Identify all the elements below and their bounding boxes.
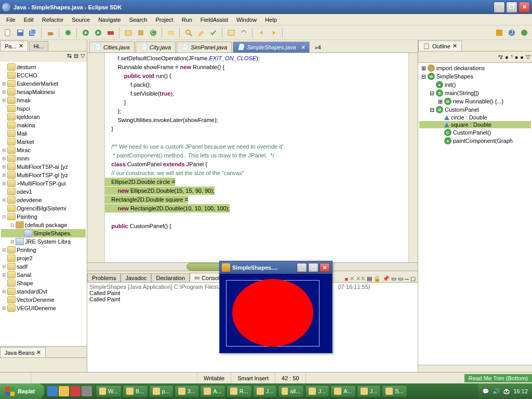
menu-window[interactable]: Window [232, 16, 261, 24]
debug-button[interactable] [62, 27, 74, 38]
taskbar-button[interactable]: J... [253, 385, 277, 397]
menu-edit[interactable]: Edit [20, 16, 38, 24]
tab-javadoc[interactable]: Javadoc [121, 273, 151, 282]
outline-item[interactable]: ⊞Θnew Runnable() {...} [419, 97, 531, 105]
menu-help[interactable]: Help [261, 16, 281, 24]
tree-item[interactable]: ⊞>MultiFloorTSP-gui [1, 179, 86, 188]
status-trim[interactable]: Read Me Trim (Bottom) [464, 374, 532, 382]
pin-console-icon[interactable]: 📌 [382, 275, 390, 282]
package-tree[interactable]: desturrrECCHO⊞EskenderMarket⊞hesapMakine… [0, 62, 87, 346]
outline-hscroll[interactable] [418, 365, 532, 372]
maximize-button[interactable]: ❐ [506, 2, 517, 13]
app-maximize-button[interactable]: ▢ [308, 263, 318, 272]
scroll-lock-icon[interactable]: 🔒 [374, 275, 381, 282]
tree-item[interactable]: VectorDeneme [1, 296, 86, 304]
overview-ruler[interactable] [408, 53, 418, 262]
tree-item[interactable]: ⊟Painting [1, 212, 86, 221]
close-icon[interactable]: ✕ [19, 43, 23, 49]
tree-item[interactable]: SimpleShapes. [1, 229, 86, 237]
min-icon[interactable]: ─ [405, 276, 409, 282]
tab-hierarchy[interactable]: Hi... [29, 41, 49, 51]
menu-run[interactable]: Run [178, 16, 196, 24]
close-button[interactable]: ✕ [518, 2, 530, 13]
remove-icon[interactable]: ✕ [350, 275, 354, 282]
tree-item[interactable]: hspci [1, 104, 86, 113]
taskbar-button[interactable]: A... [330, 385, 356, 397]
start-button[interactable]: Başlat [0, 383, 44, 399]
tree-item[interactable]: ⊞VEGUIDeneme [1, 304, 86, 312]
menu-source[interactable]: Source [68, 16, 94, 24]
menu-file[interactable]: File [2, 16, 20, 24]
outline-item[interactable]: ⊟ΘSimpleShapes [419, 72, 531, 81]
search-button[interactable] [183, 27, 194, 38]
taskbar-button[interactable]: p... [149, 385, 174, 397]
taskbar-button[interactable]: B... [123, 385, 148, 397]
hide-fields-icon[interactable]: ● [505, 54, 509, 60]
tree-item[interactable]: ⊞MultiFloorTSP-ai [yz [1, 163, 86, 171]
tree-item[interactable]: ⊞odevdene [1, 196, 86, 204]
tree-item[interactable]: ⊞JRE System Libra [1, 237, 86, 246]
outline-item[interactable]: ⊟ΘCustomPanel [419, 105, 531, 114]
tree-item[interactable]: Market [1, 138, 86, 146]
tab-declaration[interactable]: Declaration [151, 273, 190, 282]
tab-package-explorer[interactable]: Pa...✕ [0, 41, 28, 51]
close-icon[interactable]: ✕ [453, 43, 457, 49]
outline-item[interactable]: ⊞↓import declarations [419, 64, 531, 72]
app-titlebar[interactable]: SimpleShapes.... _ ▢ ✕ [220, 261, 332, 274]
tree-item[interactable]: ⊞hmak [1, 96, 86, 104]
hide-static-icon[interactable]: ˢ [511, 54, 513, 60]
ie-icon[interactable] [47, 386, 58, 396]
annotate-button[interactable] [195, 27, 207, 38]
hide-local-icon[interactable]: ● [520, 54, 524, 60]
app-close-button[interactable]: ✕ [320, 263, 330, 272]
display-icon[interactable]: ▭ [391, 275, 396, 282]
run-button[interactable] [80, 27, 91, 38]
app-icon[interactable] [70, 386, 81, 396]
tree-item[interactable]: odev1 [1, 188, 86, 196]
sort-icon[interactable]: ᵃz [498, 54, 503, 60]
editor-tab-active[interactable]: 📄SimpleShapes.java✕ [233, 42, 309, 52]
tab-javabeans[interactable]: Java Beans✕ [0, 347, 46, 357]
tray-icon[interactable]: 💬 [482, 388, 489, 395]
run-last-button[interactable] [92, 27, 104, 38]
menu-project[interactable]: Project [151, 16, 177, 24]
outline-tree[interactable]: ⊞↓import declarations⊟ΘSimpleShapes●init… [418, 63, 532, 365]
pin-button[interactable] [225, 27, 237, 38]
tree-item[interactable]: desturrr [1, 63, 86, 71]
taskbar-button[interactable]: R... [227, 385, 252, 397]
menu-icon[interactable]: ▽ [81, 52, 85, 61]
debug-persp-button[interactable] [518, 27, 530, 38]
new-pkg-button[interactable] [135, 27, 147, 38]
tab-outline[interactable]: 📋Outline✕ [418, 41, 462, 51]
close-icon[interactable]: ✕ [36, 349, 41, 356]
save-button[interactable] [15, 27, 26, 38]
taskbar-button[interactable]: S... [382, 385, 407, 397]
simpleshapes-window[interactable]: SimpleShapes.... _ ▢ ✕ [219, 261, 332, 353]
outline-item[interactable]: ●paintComponent(Graph [419, 137, 531, 145]
taskbar-button[interactable]: all... [278, 385, 304, 397]
tree-item[interactable]: kjeldoran [1, 113, 86, 121]
link-icon[interactable]: ⊟ [74, 52, 78, 61]
build-button[interactable] [45, 27, 56, 38]
max-icon[interactable]: ▢ [410, 275, 416, 282]
explorer-icon[interactable] [59, 386, 69, 396]
new-button[interactable] [2, 27, 14, 38]
taskbar-button[interactable]: W... [96, 385, 122, 397]
ext-tools-button[interactable] [105, 27, 116, 38]
terminate-button[interactable]: ■ [345, 276, 349, 282]
taskbar-button[interactable]: 3... [175, 385, 199, 397]
back-button[interactable] [256, 27, 267, 38]
code-editor[interactable]: f.setDefaultCloseOperation(JFrame.EXIT_O… [87, 53, 418, 262]
more-tabs[interactable]: »4 [311, 42, 325, 52]
editor-tab[interactable]: 📄SimPanel.java [177, 42, 232, 52]
tree-item[interactable]: ⊞MultiFloorTSP-gl [yz [1, 171, 86, 179]
tray-icon[interactable]: 🔊 [493, 388, 500, 395]
outline-item[interactable]: CCustomPanel() [419, 128, 531, 137]
java-persp-button[interactable]: J [506, 27, 517, 38]
refresh-button[interactable] [238, 27, 249, 38]
task-button[interactable] [208, 27, 219, 38]
code-content[interactable]: f.setDefaultCloseOperation(JFrame.EXIT_O… [105, 53, 408, 262]
app-minimize-button[interactable]: _ [297, 263, 307, 272]
tray-icon[interactable]: 🐼 [503, 388, 510, 395]
menu-icon[interactable]: ▽ [526, 54, 530, 60]
